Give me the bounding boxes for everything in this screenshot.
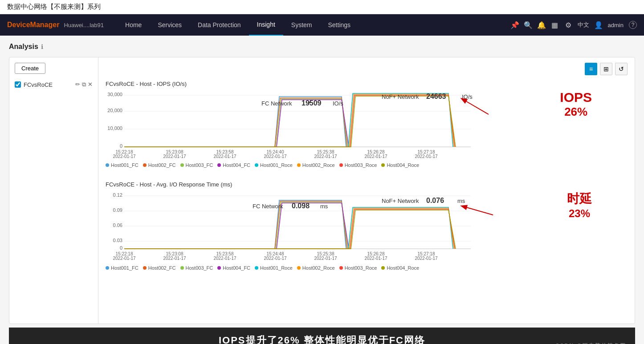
- user-name[interactable]: admin: [608, 22, 624, 28]
- sidebar-item-label: FCvsRoCE: [24, 81, 73, 88]
- svg-text:2022-01-17: 2022-01-17: [213, 154, 236, 159]
- legend2-host001-fc: Host001_FC: [106, 265, 139, 271]
- legend-host002-roce: Host002_Roce: [297, 162, 335, 168]
- legend-dot: [217, 266, 221, 270]
- legend-dot: [143, 266, 147, 270]
- page-title-row: Analysis ℹ: [9, 43, 635, 51]
- svg-text:2022-01-17: 2022-01-17: [415, 256, 438, 261]
- search-icon[interactable]: 🔍: [524, 21, 532, 29]
- svg-text:0.076: 0.076: [426, 197, 444, 204]
- svg-text:FC Network: FC Network: [261, 100, 292, 107]
- brand: DeviceManager Huawei....lab91: [7, 21, 104, 29]
- svg-text:2022-01-17: 2022-01-17: [163, 154, 186, 159]
- svg-text:2022-01-17: 2022-01-17: [364, 256, 387, 261]
- chart1-svg-wrapper: IOPS 26% 30,000 20,000 10,000 0: [106, 90, 628, 168]
- nav-right: 📌 🔍 🔔 ▦ ⚙ 中文 👤 admin ?: [511, 21, 637, 29]
- nav-system[interactable]: System: [283, 14, 320, 36]
- brand-logo: DeviceManager: [7, 21, 59, 29]
- chart2-legend: Host001_FC Host002_FC Host003_FC Ho: [106, 265, 628, 271]
- legend-host004-fc: Host004_FC: [217, 162, 250, 168]
- legend-host004-roce: Host004_Roce: [381, 162, 419, 168]
- svg-text:ms: ms: [457, 198, 465, 204]
- legend-dot: [106, 163, 109, 167]
- svg-text:19509: 19509: [302, 99, 322, 107]
- legend2-host003-fc: Host003_FC: [180, 265, 213, 271]
- svg-text:0.03: 0.03: [113, 238, 122, 243]
- svg-text:NoF+ Network: NoF+ Network: [382, 198, 419, 204]
- chart1-svg: 30,000 20,000 10,000 0: [106, 90, 595, 159]
- svg-text:10,000: 10,000: [107, 125, 122, 131]
- legend-dot: [381, 266, 385, 270]
- legend-host003-roce: Host003_Roce: [339, 162, 377, 168]
- chart1-legend: Host001_FC Host002_FC Host003_FC Ho: [106, 162, 628, 168]
- svg-text:2022-01-17: 2022-01-17: [314, 154, 337, 159]
- chart2-title: FCvsRoCE - Host - Avg. I/O Response Time…: [106, 181, 628, 188]
- svg-text:0.12: 0.12: [113, 192, 122, 198]
- svg-text:24663: 24663: [426, 93, 446, 100]
- chart2-svg: 0.12 0.09 0.06 0.03 0: [106, 190, 595, 262]
- info-icon: ℹ: [41, 43, 43, 50]
- copy-icon[interactable]: ⧉: [82, 81, 86, 88]
- gear-icon[interactable]: ⚙: [564, 21, 572, 29]
- create-button[interactable]: Create: [15, 63, 45, 74]
- user-icon: 👤: [595, 21, 603, 29]
- panel-charts: ≡ ⊞ ↺ FCvsRoCE - Host - IOPS (IO/s) IOPS…: [98, 57, 635, 324]
- grid-icon[interactable]: ▦: [551, 21, 559, 29]
- sidebar-item-fcvsroce: FCvsRoCE ✏ ⧉ ✕: [15, 79, 93, 90]
- navbar: DeviceManager Huawei....lab91 Home Servi…: [0, 14, 644, 36]
- svg-text:FC Network: FC Network: [253, 203, 283, 210]
- svg-text:0: 0: [120, 245, 122, 251]
- nav-settings[interactable]: Settings: [320, 14, 359, 36]
- legend-dot: [255, 266, 258, 270]
- legend-dot: [217, 163, 221, 167]
- legend-dot: [180, 163, 184, 167]
- legend2-host004-fc: Host004_FC: [217, 265, 250, 271]
- edit-icon[interactable]: ✏: [75, 81, 80, 88]
- nav-data-protection[interactable]: Data Protection: [190, 14, 249, 36]
- help-icon[interactable]: ?: [629, 21, 637, 29]
- legend-host001-roce: Host001_Roce: [255, 162, 293, 168]
- pin-icon[interactable]: 📌: [511, 21, 519, 29]
- refresh-button[interactable]: ↺: [615, 63, 628, 75]
- svg-text:30,000: 30,000: [107, 92, 122, 97]
- svg-text:ms: ms: [320, 203, 328, 210]
- svg-text:2022-01-17: 2022-01-17: [415, 154, 438, 159]
- svg-text:2022-01-17: 2022-01-17: [113, 256, 136, 261]
- chart2-container: FCvsRoCE - Host - Avg. I/O Response Time…: [106, 181, 628, 271]
- content-area: Analysis ℹ Create FCvsRoCE ✏ ⧉ ✕ ≡ ⊞ ↺: [0, 36, 644, 344]
- nav-services[interactable]: Services: [150, 14, 190, 36]
- legend-host003-fc: Host003_FC: [180, 162, 213, 168]
- legend-host002-fc: Host002_FC: [143, 162, 176, 168]
- nav-home[interactable]: Home: [117, 14, 150, 36]
- brand-sub: Huawei....lab91: [64, 22, 104, 28]
- legend-dot: [297, 163, 301, 167]
- svg-text:2022-01-17: 2022-01-17: [264, 154, 287, 159]
- watermark: CSDN @玩电脑的辣条哥: [555, 342, 626, 344]
- lang-selector[interactable]: 中文: [578, 21, 589, 29]
- grid-view-button[interactable]: ⊞: [600, 63, 612, 75]
- page-title: Analysis: [9, 43, 38, 51]
- svg-text:2022-01-17: 2022-01-17: [314, 256, 337, 261]
- delete-icon[interactable]: ✕: [88, 81, 93, 88]
- svg-text:IO/s: IO/s: [462, 93, 473, 100]
- legend2-host002-fc: Host002_FC: [143, 265, 176, 271]
- sidebar-item-actions: ✏ ⧉ ✕: [75, 81, 93, 88]
- banner-text: 数据中心网络【不服来测】系列: [7, 3, 101, 10]
- svg-line-62: [462, 206, 493, 215]
- legend2-host003-roce: Host003_Roce: [339, 265, 377, 271]
- svg-text:0.06: 0.06: [113, 223, 122, 228]
- svg-text:0.098: 0.098: [292, 202, 310, 210]
- chart1-container: FCvsRoCE - Host - IOPS (IO/s) IOPS 26% 3…: [106, 81, 628, 168]
- svg-text:2022-01-17: 2022-01-17: [163, 256, 186, 261]
- bell-icon[interactable]: 🔔: [538, 21, 546, 29]
- nav-insight[interactable]: Insight: [249, 14, 283, 36]
- legend-dot: [255, 163, 258, 167]
- chart-toolbar: ≡ ⊞ ↺: [585, 63, 628, 75]
- chart2-svg-wrapper: 时延 23% 0.12 0.09 0.06 0.03 0: [106, 190, 628, 271]
- list-view-button[interactable]: ≡: [585, 63, 597, 75]
- fcvsroce-checkbox[interactable]: [15, 81, 21, 88]
- legend-dot: [180, 266, 184, 270]
- svg-text:IO/s: IO/s: [333, 100, 343, 107]
- nav-items: Home Services Data Protection Insight Sy…: [117, 14, 511, 36]
- svg-text:2022-01-17: 2022-01-17: [364, 154, 387, 159]
